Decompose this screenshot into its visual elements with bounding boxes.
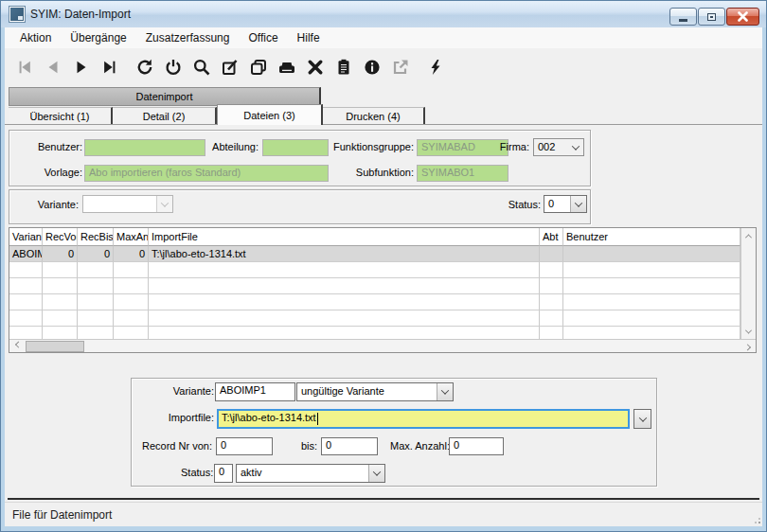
execute-icon [427, 58, 444, 77]
last-record-button[interactable] [98, 54, 122, 80]
subfunktion-field[interactable]: SYIMABO1 [417, 165, 508, 182]
chevron-down-icon [571, 142, 579, 150]
record-von-input[interactable]: 0 [216, 437, 273, 455]
menu-hilfe[interactable]: Hilfe [288, 27, 330, 48]
importfile-label: Importfile: [137, 412, 214, 425]
search-button[interactable] [189, 54, 214, 80]
menu-aktion[interactable]: Aktion [10, 27, 61, 48]
funktionsgruppe-field[interactable]: SYIMABAD [417, 139, 508, 156]
vorlage-label: Vorlage: [14, 167, 82, 180]
variante-filter-label: Variante: [22, 199, 79, 212]
statusbar: File für Datenimport [5, 502, 762, 526]
benutzer-label: Benutzer: [14, 141, 82, 154]
maximize-icon [707, 13, 716, 21]
export-icon [391, 58, 410, 77]
window-body: Aktion Übergänge Zusatzerfassung Office … [5, 27, 762, 526]
funktionsgruppe-label: Funktionsgruppe: [327, 141, 414, 154]
menu-uebergaenge[interactable]: Übergänge [61, 27, 135, 48]
vorlage-field[interactable]: Abo importieren (faros Standard) [84, 165, 329, 182]
content-bottom-edge [8, 498, 759, 500]
record-bis-label: bis: [289, 440, 317, 453]
vertical-scrollbar[interactable] [740, 228, 756, 339]
horizontal-scrollbar[interactable] [9, 339, 756, 352]
edit-button[interactable] [218, 54, 242, 80]
tab-detail[interactable]: Detail (2) [113, 107, 217, 124]
chevron-down-icon [161, 199, 169, 206]
titlebar: SYIM: Daten-Import [1, 1, 766, 27]
detail-variante-code-input[interactable]: ABOIMP1 [215, 382, 295, 401]
app-icon [9, 7, 25, 22]
table-empty-row [9, 278, 740, 294]
close-icon [738, 11, 748, 22]
benutzer-field[interactable] [84, 139, 205, 156]
tab-uebersicht[interactable]: Übersicht (1) [9, 107, 113, 124]
table-empty-row [9, 294, 740, 310]
subfunktion-label: Subfunktion: [327, 167, 414, 180]
maximize-button[interactable] [698, 8, 725, 26]
max-anzahl-input[interactable]: 0 [449, 437, 504, 455]
scroll-up-arrow[interactable] [741, 230, 755, 241]
abteilung-field[interactable] [262, 139, 329, 156]
info-button[interactable] [360, 54, 384, 80]
next-record-button[interactable] [69, 54, 94, 80]
next-record-icon [73, 59, 90, 76]
detail-variante-dropdown[interactable]: ungültige Variante [296, 382, 454, 401]
close-button[interactable] [726, 8, 759, 26]
detail-status-dropdown[interactable]: aktiv [236, 464, 385, 483]
delete-button[interactable] [303, 54, 328, 80]
refresh-icon [135, 58, 154, 77]
horizontal-scroll-thumb[interactable] [26, 341, 84, 352]
copy-icon [249, 58, 268, 77]
minimize-button[interactable] [669, 8, 697, 26]
detail-status-code-input[interactable]: 0 [214, 464, 233, 483]
chevron-down-icon [441, 386, 449, 394]
detail-status-label: Status: [181, 467, 210, 480]
text-cursor [317, 413, 318, 425]
print-button[interactable] [275, 54, 299, 80]
search-icon [192, 58, 211, 77]
scroll-down-arrow[interactable] [741, 326, 755, 337]
table-empty-row [9, 310, 740, 327]
max-anzahl-label: Max. Anzahl: [390, 440, 445, 453]
status-filter-dropdown[interactable]: 0 [544, 195, 587, 213]
tab-datenimport[interactable]: Datenimport [9, 87, 321, 106]
tab-drucken[interactable]: Drucken (4) [323, 107, 425, 124]
resize-grip-icon[interactable] [751, 514, 760, 523]
execute-button[interactable] [423, 54, 448, 80]
window-title: SYIM: Daten-Import [30, 8, 131, 21]
firma-dropdown[interactable]: 002 [533, 138, 584, 156]
first-record-button[interactable] [12, 54, 37, 80]
previous-record-button[interactable] [41, 54, 65, 80]
table-row[interactable]: ABOIMP1 0 0 0 T:\jl\abo-eto-1314.txt [9, 246, 740, 262]
abteilung-label: Abteilung: [194, 141, 259, 154]
importfile-input[interactable]: T:\jl\abo-eto-1314.txt [217, 409, 630, 429]
refresh-button[interactable] [133, 54, 157, 80]
menu-office[interactable]: Office [239, 27, 287, 48]
copy-button[interactable] [246, 54, 271, 80]
clipboard-button[interactable] [331, 54, 356, 80]
power-icon [164, 58, 183, 77]
clipboard-icon [334, 58, 353, 77]
minimize-icon [679, 19, 687, 22]
chevron-down-icon [373, 468, 381, 475]
tab-area: Datenimport Übersicht (1) Detail (2) Dat… [5, 86, 762, 124]
menubar: Aktion Übergänge Zusatzerfassung Office … [5, 27, 762, 48]
tab-dateien[interactable]: Dateien (3) [217, 104, 323, 125]
app-window: SYIM: Daten-Import Aktion Übergänge Zusa… [0, 0, 767, 532]
detail-variante-label: Variante: [137, 385, 214, 399]
chevron-down-icon [638, 414, 646, 421]
status-filter-label: Status: [482, 199, 541, 212]
export-button[interactable] [388, 54, 413, 80]
import-table: Variante RecVon RecBis MaxAnzahl ImportF… [9, 227, 757, 353]
menu-zusatzerfassung[interactable]: Zusatzerfassung [136, 27, 240, 48]
importfile-dropdown-button[interactable] [633, 409, 651, 429]
status-text: File für Datenimport [12, 508, 112, 522]
power-button[interactable] [161, 54, 186, 80]
print-icon [277, 58, 296, 77]
record-bis-input[interactable]: 0 [321, 437, 378, 455]
scroll-right-arrow[interactable] [740, 340, 754, 351]
delete-icon [306, 58, 325, 77]
content-panel: Benutzer: Abteilung: Funktionsgruppe: SY… [5, 124, 762, 498]
scroll-left-arrow[interactable] [11, 340, 25, 351]
variante-filter-dropdown[interactable] [82, 195, 173, 213]
